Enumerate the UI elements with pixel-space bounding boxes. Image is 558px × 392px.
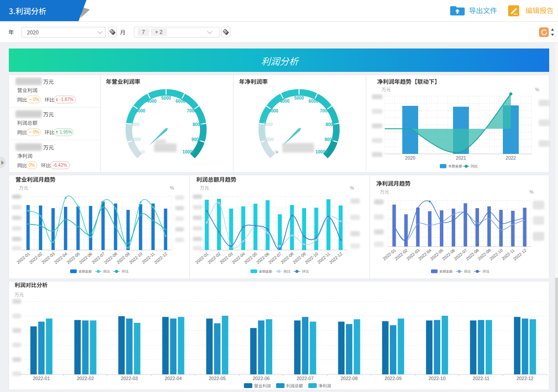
svg-text:%: % [350, 185, 354, 190]
svg-text:4000: 4000 [280, 99, 290, 104]
svg-text:8000: 8000 [192, 122, 202, 127]
svg-text:7: 7 [142, 29, 145, 35]
svg-text:0%: 0% [33, 97, 40, 102]
svg-text:2022-04: 2022-04 [165, 376, 182, 381]
svg-text:9000: 9000 [191, 137, 202, 142]
svg-text:1000: 1000 [131, 137, 141, 142]
svg-text:5000: 5000 [294, 96, 304, 101]
svg-text:0%: 0% [33, 130, 40, 134]
svg-text:2021: 2021 [456, 155, 466, 161]
svg-text:10000: 10000 [182, 149, 195, 154]
svg-text:5000: 5000 [161, 96, 171, 101]
svg-text:2000: 2000 [130, 122, 140, 127]
svg-text:7000: 7000 [187, 108, 197, 113]
svg-text:2020: 2020 [405, 155, 416, 161]
svg-text:2022: 2022 [506, 155, 516, 161]
svg-text:2022-01: 2022-01 [33, 376, 50, 381]
svg-text:2022-10: 2022-10 [429, 376, 446, 381]
svg-text:2022-12: 2022-12 [517, 376, 534, 381]
svg-text:-6.42%: -6.42% [53, 163, 67, 168]
svg-text:8000: 8000 [326, 122, 336, 127]
svg-text:+ 2: + 2 [155, 29, 162, 35]
svg-text:%: % [529, 189, 533, 194]
svg-text:10000: 10000 [315, 149, 328, 154]
svg-text:3000: 3000 [269, 108, 279, 113]
svg-text:%: % [170, 185, 174, 190]
svg-text:2022-03: 2022-03 [121, 376, 138, 381]
svg-text:0%: 0% [29, 163, 35, 168]
svg-text:2022-08: 2022-08 [341, 376, 358, 381]
svg-text:2022-02: 2022-02 [77, 376, 94, 381]
svg-text:2000: 2000 [263, 122, 273, 127]
svg-text:7000: 7000 [320, 108, 330, 113]
svg-text:%: % [535, 87, 539, 92]
svg-text:2020: 2020 [27, 30, 39, 36]
svg-text:1.95%: 1.95% [60, 130, 72, 134]
svg-text:6000: 6000 [176, 99, 186, 104]
svg-text:3000: 3000 [135, 108, 146, 113]
svg-text:9000: 9000 [324, 137, 334, 142]
svg-text:-1.87%: -1.87% [60, 97, 74, 102]
svg-text:2022-11: 2022-11 [473, 376, 490, 381]
svg-text:4000: 4000 [147, 99, 157, 104]
svg-text:6000: 6000 [309, 99, 319, 104]
svg-text:2022-07: 2022-07 [297, 376, 314, 381]
svg-text:2022-06: 2022-06 [253, 376, 270, 381]
svg-text:2022-05: 2022-05 [209, 376, 226, 381]
svg-text:1000: 1000 [264, 137, 274, 142]
svg-text:2022-09: 2022-09 [385, 376, 402, 381]
